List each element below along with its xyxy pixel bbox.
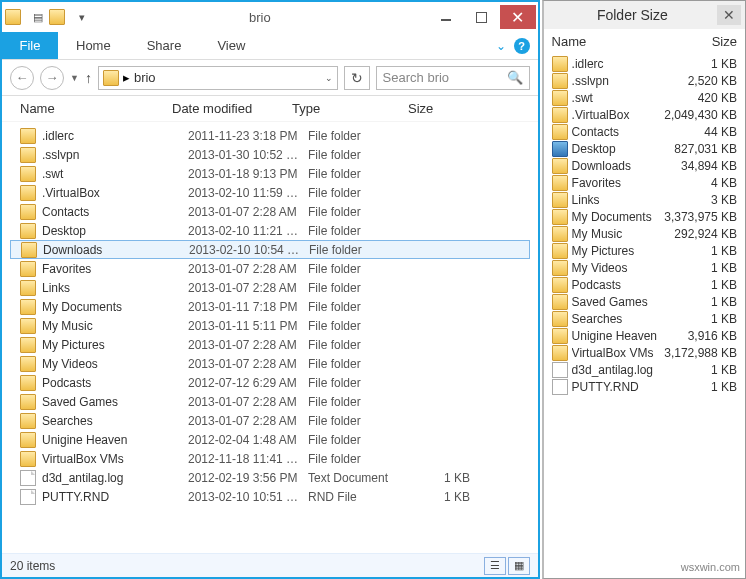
side-item-name: My Documents	[572, 210, 657, 224]
list-item[interactable]: Links 2013-01-07 2:28 AM File folder	[10, 278, 530, 297]
breadcrumb[interactable]: brio	[134, 70, 156, 85]
list-item[interactable]: My Documents 2013-01-11 7:18 PM File fol…	[10, 297, 530, 316]
tab-file[interactable]: File	[2, 32, 58, 59]
list-item[interactable]: Podcasts 2012-07-12 6:29 AM File folder	[10, 373, 530, 392]
view-details-button[interactable]: ☰	[484, 557, 506, 575]
side-list-item[interactable]: .sslvpn 2,520 KB	[552, 72, 737, 89]
list-item[interactable]: .VirtualBox 2013-02-10 11:59 … File fold…	[10, 183, 530, 202]
list-item[interactable]: My Music 2013-01-11 5:11 PM File folder	[10, 316, 530, 335]
side-list-item[interactable]: Favorites 4 KB	[552, 174, 737, 191]
column-date[interactable]: Date modified	[172, 101, 292, 116]
side-list-item[interactable]: d3d_antilag.log 1 KB	[552, 361, 737, 378]
side-item-size: 4 KB	[657, 176, 737, 190]
qat-newfolder-icon[interactable]	[50, 7, 70, 27]
minimize-button[interactable]	[428, 5, 464, 29]
side-list-item[interactable]: Links 3 KB	[552, 191, 737, 208]
item-type: File folder	[308, 338, 424, 352]
item-name: My Documents	[42, 300, 188, 314]
help-icon[interactable]: ?	[514, 38, 530, 54]
breadcrumb-sep[interactable]: ▸	[123, 70, 130, 85]
list-item[interactable]: VirtualBox VMs 2012-11-18 11:41 … File f…	[10, 449, 530, 468]
column-size[interactable]: Size	[408, 101, 538, 116]
app-icon[interactable]	[6, 7, 26, 27]
side-titlebar[interactable]: Folder Size ✕	[544, 1, 745, 29]
titlebar[interactable]: ▤ ▾ brio ✕	[2, 2, 538, 32]
maximize-button[interactable]	[464, 5, 500, 29]
close-button[interactable]: ✕	[500, 5, 536, 29]
address-bar[interactable]: ▸ brio ⌄	[98, 66, 338, 90]
list-item[interactable]: Saved Games 2013-01-07 2:28 AM File fold…	[10, 392, 530, 411]
tab-view[interactable]: View	[199, 32, 263, 59]
file-list[interactable]: .idlerc 2011-11-23 3:18 PM File folder .…	[2, 122, 538, 553]
column-headers[interactable]: Name Date modified Type Size	[2, 96, 538, 122]
list-item[interactable]: Favorites 2013-01-07 2:28 AM File folder	[10, 259, 530, 278]
list-item[interactable]: .idlerc 2011-11-23 3:18 PM File folder	[10, 126, 530, 145]
side-column-name[interactable]: Name	[552, 34, 657, 49]
list-item[interactable]: .swt 2013-01-18 9:13 PM File folder	[10, 164, 530, 183]
side-list-item[interactable]: My Videos 1 KB	[552, 259, 737, 276]
side-list-item[interactable]: Unigine Heaven 3,916 KB	[552, 327, 737, 344]
side-list-item[interactable]: VirtualBox VMs 3,172,988 KB	[552, 344, 737, 361]
list-item[interactable]: My Pictures 2013-01-07 2:28 AM File fold…	[10, 335, 530, 354]
history-dropdown-icon[interactable]: ▼	[70, 73, 79, 83]
qat-properties-icon[interactable]: ▤	[28, 7, 48, 27]
side-item-size: 1 KB	[657, 57, 737, 71]
side-list-item[interactable]: PUTTY.RND 1 KB	[552, 378, 737, 395]
back-button[interactable]: ←	[10, 66, 34, 90]
side-item-name: Links	[572, 193, 657, 207]
side-list-item[interactable]: Saved Games 1 KB	[552, 293, 737, 310]
side-list[interactable]: .idlerc 1 KB .sslvpn 2,520 KB .swt 420 K…	[544, 53, 745, 578]
list-item[interactable]: Contacts 2013-01-07 2:28 AM File folder	[10, 202, 530, 221]
side-item-name: My Videos	[572, 261, 657, 275]
side-column-headers[interactable]: Name Size	[544, 29, 745, 53]
side-list-item[interactable]: My Music 292,924 KB	[552, 225, 737, 242]
list-item[interactable]: Searches 2013-01-07 2:28 AM File folder	[10, 411, 530, 430]
tab-share[interactable]: Share	[129, 32, 200, 59]
qat-dropdown-icon[interactable]: ▾	[72, 7, 92, 27]
address-dropdown-icon[interactable]: ⌄	[325, 73, 333, 83]
side-list-item[interactable]: Podcasts 1 KB	[552, 276, 737, 293]
side-list-item[interactable]: Downloads 34,894 KB	[552, 157, 737, 174]
ribbon-expand-icon[interactable]: ⌄	[496, 39, 506, 53]
side-list-item[interactable]: My Pictures 1 KB	[552, 242, 737, 259]
side-list-item[interactable]: .swt 420 KB	[552, 89, 737, 106]
folder-icon	[20, 318, 36, 334]
side-list-item[interactable]: .VirtualBox 2,049,430 KB	[552, 106, 737, 123]
item-date: 2013-01-07 2:28 AM	[188, 357, 308, 371]
tab-home[interactable]: Home	[58, 32, 129, 59]
search-placeholder: Search brio	[383, 70, 449, 85]
item-name: My Videos	[42, 357, 188, 371]
side-close-button[interactable]: ✕	[717, 5, 741, 25]
side-list-item[interactable]: Desktop 827,031 KB	[552, 140, 737, 157]
list-item[interactable]: Unigine Heaven 2012-02-04 1:48 AM File f…	[10, 430, 530, 449]
refresh-button[interactable]: ↻	[344, 66, 370, 90]
side-list-item[interactable]: My Documents 3,373,975 KB	[552, 208, 737, 225]
column-name[interactable]: Name	[20, 101, 172, 116]
search-input[interactable]: Search brio 🔍	[376, 66, 530, 90]
item-type: File folder	[308, 452, 424, 466]
folder-icon	[20, 337, 36, 353]
folder-icon	[20, 128, 36, 144]
side-item-name: Favorites	[572, 176, 657, 190]
side-list-item[interactable]: .idlerc 1 KB	[552, 55, 737, 72]
list-item[interactable]: d3d_antilag.log 2012-02-19 3:56 PM Text …	[10, 468, 530, 487]
side-item-size: 1 KB	[657, 295, 737, 309]
up-button[interactable]: ↑	[85, 70, 92, 86]
list-item[interactable]: .sslvpn 2013-01-30 10:52 … File folder	[10, 145, 530, 164]
item-type: Text Document	[308, 471, 424, 485]
side-list-item[interactable]: Searches 1 KB	[552, 310, 737, 327]
list-item[interactable]: My Videos 2013-01-07 2:28 AM File folder	[10, 354, 530, 373]
side-item-size: 292,924 KB	[657, 227, 737, 241]
list-item[interactable]: Desktop 2013-02-10 11:21 … File folder	[10, 221, 530, 240]
item-type: File folder	[308, 414, 424, 428]
side-column-size[interactable]: Size	[657, 34, 737, 49]
list-item[interactable]: PUTTY.RND 2013-02-10 10:51 … RND File 1 …	[10, 487, 530, 506]
folder-icon	[552, 345, 568, 361]
side-item-size: 1 KB	[657, 244, 737, 258]
side-list-item[interactable]: Contacts 44 KB	[552, 123, 737, 140]
item-name: My Pictures	[42, 338, 188, 352]
view-icons-button[interactable]: ▦	[508, 557, 530, 575]
list-item[interactable]: Downloads 2013-02-10 10:54 … File folder	[10, 240, 530, 259]
column-type[interactable]: Type	[292, 101, 408, 116]
forward-button[interactable]: →	[40, 66, 64, 90]
